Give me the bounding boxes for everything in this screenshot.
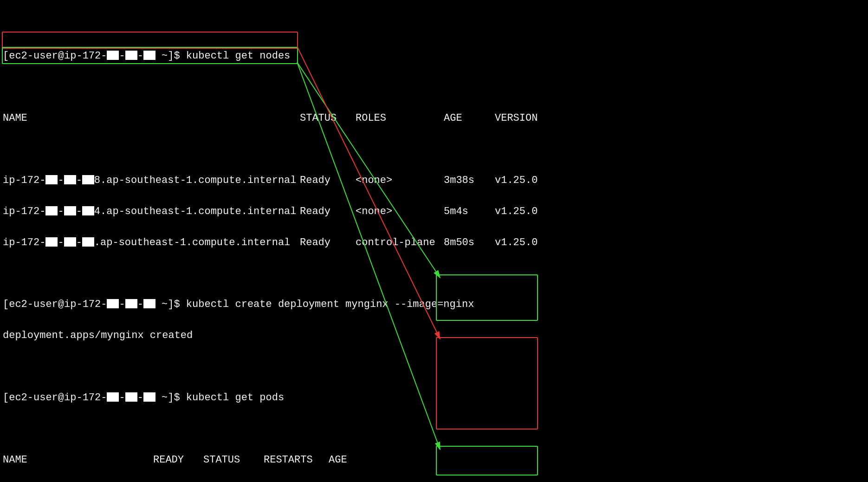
- svg-line-1: [297, 46, 440, 339]
- annotation-box-red-source: [2, 32, 298, 49]
- annotation-box-red-target: [436, 337, 538, 430]
- col-status: STATUS: [203, 452, 264, 468]
- prompt-line: [ec2-user@ip-172--- ~]$ kubectl get pods: [3, 390, 865, 405]
- node-row: ip-172---.ap-southeast-1.compute.interna…: [3, 235, 865, 250]
- col-status: STATUS: [300, 111, 356, 126]
- col-restarts: RESTARTS: [264, 452, 329, 468]
- command: kubectl get pods: [186, 392, 284, 404]
- output-line: deployment.apps/mynginx created: [3, 328, 865, 343]
- node-row: ip-172---4.ap-southeast-1.compute.intern…: [3, 204, 865, 219]
- col-name: NAME: [3, 111, 300, 126]
- prompt-line: [ec2-user@ip-172--- ~]$ kubectl create d…: [3, 297, 865, 312]
- col-ready: READY: [153, 452, 203, 468]
- col-version: VERSION: [495, 111, 538, 126]
- command: kubectl create deployment mynginx --imag…: [186, 299, 474, 310]
- col-age: AGE: [444, 111, 495, 126]
- col-name: NAME: [3, 452, 153, 468]
- col-roles: ROLES: [356, 111, 444, 126]
- pods-header: NAME READY STATUS RESTARTS AGE: [3, 452, 865, 468]
- col-age: AGE: [329, 452, 347, 468]
- annotation-box-green-target-2: [436, 446, 538, 475]
- terminal[interactable]: [ec2-user@ip-172--- ~]$ kubectl get node…: [0, 0, 868, 482]
- node-row: ip-172---8.ap-southeast-1.compute.intern…: [3, 173, 865, 188]
- nodes-header: NAME STATUS ROLES AGE VERSION: [3, 111, 865, 126]
- annotation-box-green-target-1: [436, 274, 538, 321]
- annotation-box-green-source: [2, 47, 298, 64]
